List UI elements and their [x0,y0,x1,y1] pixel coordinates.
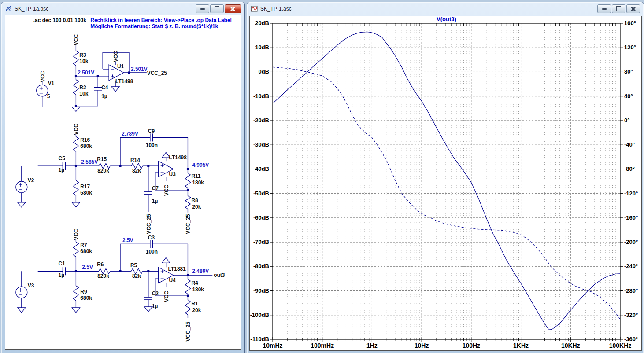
schematic-label: R4 [191,280,198,286]
ground-symbol [18,308,26,313]
schematic-label: V1 [48,80,55,86]
schematic-titlebar[interactable]: SK_TP-1a.asc [1,2,244,15]
schematic-label: 680k [80,295,92,301]
schematic-label: C7 [152,185,159,191]
schematic-label: 20k [192,204,201,210]
junction-dot [75,165,77,167]
close-button[interactable] [225,4,241,13]
minimize-icon [602,8,607,10]
y-left-tick-label: -80dB [253,263,269,269]
junction-dot [75,105,77,107]
y-left-tick-label: -30dB [253,141,269,148]
junction-dot [187,295,189,297]
schematic-label: 1µ [152,198,158,204]
y-right-tick-label: -240° [624,263,638,269]
schematic-label: 680k [80,143,92,149]
waveform-canvas[interactable]: 20dB160°10dB120°0dB80°-10dB40°-20dB0°-30… [249,16,642,351]
junction-dot [75,75,77,77]
minimize-button[interactable] [597,4,611,13]
resistor[interactable] [73,180,78,195]
junction-dot [128,71,130,74]
schematic-label: 82k [132,273,141,279]
schematic-comment: Mögliche Formatierung: Statt $ z. B. rou… [90,23,218,29]
schematic-window-title: SK_TP-1a.asc [15,6,196,12]
schematic-label: VCC_25 [146,214,152,234]
y-left-tick-label: -10dB [253,93,269,99]
bode-plot: 20dB160°10dB120°0dB80°-10dB40°-20dB0°-30… [250,16,641,350]
schematic-comment: Rechtklick in leeren Bereich: View->Plac… [90,17,232,23]
resistor[interactable] [73,136,78,151]
resistor[interactable] [73,80,78,95]
restore-button[interactable] [612,4,625,13]
trace-name-label[interactable]: V(out3) [437,16,456,22]
schematic-label: 2.789V [122,131,138,137]
minimize-button[interactable] [196,4,209,13]
schematic-label: C3 [148,235,155,241]
restore-icon [616,6,621,11]
schematic-label: 1µ [59,167,65,173]
x-tick-label: 100KHz [609,342,632,349]
restore-icon [215,6,219,11]
resistor[interactable] [185,300,190,315]
schematic-label: R1 [191,301,198,307]
schematic-label: U4 [169,277,176,283]
schematic-label: 2.489V [192,268,209,274]
waveform-titlebar[interactable]: SK_TP-1.asc [247,2,644,15]
resistor[interactable] [73,286,78,301]
close-icon [631,7,636,11]
schematic-label: C4 [101,85,108,91]
junction-dot [147,165,149,167]
ground-symbol [72,202,80,207]
ground-symbol [72,107,80,112]
schematic-label: R16 [80,137,90,143]
schematic-label: C1 [59,261,66,267]
schematic-canvas[interactable]: .ac dec 100 0.01 100kRechtklick in leere… [5,15,241,350]
schematic-label: R15 [97,156,107,162]
ground-symbol [162,257,170,263]
schematic-label: out3 [214,272,225,278]
y-left-tick-label: -50dB [253,190,269,197]
y-right-tick-label: -200° [624,239,638,245]
junction-dot [187,189,189,191]
waveform-app-icon [251,5,258,12]
y-right-tick-label: 160° [624,20,636,26]
schematic-window-controls [196,4,241,13]
schematic-label: LT1881 [168,266,186,272]
resistor[interactable] [73,242,78,257]
y-left-tick-label: -70dB [253,239,269,245]
x-tick-label: 100mHz [311,342,334,349]
voltage-source[interactable] [37,85,48,96]
x-tick-label: 100Hz [463,342,480,349]
schematic-label: R3 [79,52,86,58]
resistor[interactable] [185,173,190,188]
schematic-label: U1 [117,63,124,70]
y-left-tick-label: -40dB [253,165,269,172]
y-right-tick-label: -280° [624,287,638,294]
schematic-label: 2.501V [78,70,94,76]
y-left-tick-label: -100dB [250,312,269,318]
close-button[interactable] [626,4,640,13]
voltage-source[interactable] [16,287,27,298]
schematic-label: VCC_25 [185,321,191,341]
schematic-label: LT1498 [115,78,133,85]
x-tick-label: 10KHz [561,342,580,349]
schematic-label: 10k [79,58,88,64]
resistor[interactable] [185,279,190,294]
y-right-tick-label: 40° [624,93,633,99]
plot: 20dB160°10dB120°0dB80°-10dB40°-20dB0°-30… [250,16,638,349]
x-tick-label: 10Hz [415,342,429,349]
schematic-label: 100n [146,249,158,255]
voltage-source[interactable] [16,181,27,193]
y-left-tick-label: 10dB [255,44,269,51]
schematic-label: R14 [130,157,140,163]
schematic-label: R6 [97,261,104,268]
schematic-label: R7 [80,242,87,248]
schematic-label: 680k [80,190,92,196]
minimize-icon [200,8,205,10]
resistor[interactable] [73,51,78,66]
schematic-label: 820k [97,168,109,174]
y-right-tick-label: -160° [624,214,638,221]
restore-button[interactable] [210,4,224,13]
schematic-label: 2.501V [131,66,148,72]
resistor[interactable] [185,196,190,209]
